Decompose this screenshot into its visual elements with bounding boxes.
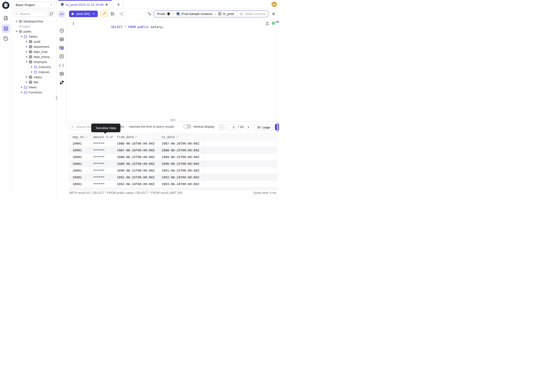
caret-right-icon[interactable] <box>30 65 34 69</box>
cell[interactable]: 1988-06-25T00:00:00Z <box>114 154 158 160</box>
cell[interactable]: 1987-06-26T00:00:00Z <box>158 140 204 147</box>
cell[interactable]: 1990-06-25T00:00:00Z <box>158 160 204 167</box>
cell[interactable]: ****** <box>90 160 114 167</box>
cell[interactable]: 1987-06-26T00:00:00Z <box>114 147 158 154</box>
cell[interactable]: 1990-06-25T00:00:00Z <box>114 167 158 174</box>
panel-drag-handle[interactable] <box>170 119 175 122</box>
tree-item-department[interactable]: department <box>12 44 56 49</box>
tree-item-title[interactable]: title <box>12 80 56 85</box>
caret-right-icon[interactable] <box>25 50 28 54</box>
sort-icon[interactable] <box>110 136 113 139</box>
caret-down-icon[interactable] <box>25 60 28 64</box>
vertical-display-toggle[interactable] <box>183 124 192 129</box>
worksheet-tab[interactable]: hr_prod 2024-11-22 16:49 <box>58 0 112 9</box>
rail-worksheet-button[interactable] <box>1 14 10 22</box>
gutter-schema-diagram-button[interactable] <box>59 80 64 85</box>
gutter-table-button[interactable] <box>59 37 64 42</box>
cell[interactable]: 10001 <box>70 147 90 154</box>
cell[interactable]: ****** <box>90 167 114 174</box>
gutter-function-button[interactable] <box>59 54 64 59</box>
gutter-parentheses-button[interactable]: ( ) <box>59 62 64 68</box>
new-tab-button[interactable] <box>114 0 123 9</box>
cell[interactable]: 10001 <box>70 140 90 147</box>
bytebase-logo-icon[interactable] <box>2 1 10 9</box>
sort-icon[interactable] <box>176 136 179 139</box>
prev-page-button[interactable] <box>218 124 225 130</box>
caret-right-icon[interactable] <box>25 45 28 49</box>
tree-item-tables[interactable]: Tables <box>12 34 56 39</box>
format-sql-button[interactable] <box>101 11 107 17</box>
sort-icon[interactable] <box>85 136 88 139</box>
table-row[interactable]: 10001******1991-06-25T00:00:00Z1992-06-2… <box>70 174 277 181</box>
tree-item-dept-mana-[interactable]: dept_mana... <box>12 54 56 59</box>
table-row[interactable]: 10001******1988-06-25T00:00:00Z1989-06-2… <box>70 154 277 160</box>
cell[interactable]: 1989-06-25T00:00:00Z <box>158 154 204 160</box>
ai-assistant-button[interactable] <box>271 12 276 16</box>
results-scrollbar-thumb[interactable] <box>277 122 278 132</box>
tree-item-audit[interactable]: audit <box>12 39 56 44</box>
tree-item-views[interactable]: Views <box>12 85 56 90</box>
cell[interactable]: 1986-06-26T00:00:00Z <box>114 140 158 147</box>
project-select[interactable]: Basic Project <box>14 1 55 8</box>
tree-item-salary[interactable]: salary <box>12 75 56 80</box>
page-number-input[interactable]: 1 <box>227 124 237 130</box>
cell[interactable]: 1992-06-24T00:00:00Z <box>114 181 158 187</box>
user-avatar[interactable]: DE <box>271 2 277 7</box>
tree-item-public[interactable]: public <box>12 29 56 34</box>
save-button[interactable] <box>109 11 116 17</box>
column-header-to_date[interactable]: to_date <box>158 134 204 140</box>
gutter-info-button[interactable] <box>59 28 64 33</box>
tree-item-dept-emp[interactable]: dept_emp <box>12 49 56 54</box>
table-row[interactable]: 10001******1989-06-25T00:00:00Z1990-06-2… <box>70 160 277 167</box>
caret-right-icon[interactable] <box>30 70 34 74</box>
caret-right-icon[interactable] <box>25 75 28 79</box>
cell[interactable]: ****** <box>90 147 114 154</box>
caret-right-icon[interactable] <box>25 80 28 84</box>
cell[interactable]: 10001 <box>70 174 90 181</box>
tree-item-indexes[interactable]: Indexes <box>12 70 56 75</box>
connection-context-button[interactable]: Prod2 Prod Sample Instance <box>154 11 236 17</box>
column-header-emp_no[interactable]: emp_no <box>70 134 90 140</box>
sql-editor[interactable]: 1 SELECT * FROM public.salary; <box>67 19 279 122</box>
cell[interactable]: ****** <box>90 181 114 187</box>
cell[interactable]: ****** <box>90 140 114 147</box>
share-button[interactable] <box>118 11 124 17</box>
cell[interactable]: ****** <box>90 174 114 181</box>
rail-database-button[interactable] <box>1 24 10 33</box>
cell[interactable]: 10001 <box>70 167 90 174</box>
tree-item-columns[interactable]: Columns <box>12 64 56 70</box>
caret-right-icon[interactable] <box>25 40 28 44</box>
cell[interactable]: ****** <box>90 154 114 160</box>
tree-item--empty-[interactable]: <Empty> <box>12 24 56 29</box>
code-view-toggle[interactable]: <> <box>58 11 65 17</box>
caret-right-icon[interactable] <box>25 55 28 59</box>
tree-search-input[interactable]: Search <box>13 11 46 17</box>
sort-icon[interactable] <box>135 136 138 139</box>
next-page-button[interactable] <box>245 124 252 130</box>
caret-down-icon[interactable] <box>15 30 18 34</box>
rail-history-button[interactable] <box>1 34 10 43</box>
gutter-masked-data-button[interactable] <box>59 45 64 51</box>
cell[interactable]: 10001 <box>70 154 90 160</box>
caret-right-icon[interactable] <box>19 90 23 94</box>
cell[interactable]: 1991-06-25T00:00:00Z <box>114 174 158 181</box>
tree-item-employee[interactable]: employee <box>12 59 56 64</box>
upload-sheet-button[interactable] <box>265 21 269 25</box>
page-size-select[interactable]: 50 / page <box>255 124 273 130</box>
cell[interactable]: 10001 <box>70 181 90 187</box>
select-schema-button[interactable]: Select schema <box>237 11 268 17</box>
tree-item-functions[interactable]: Functions <box>12 90 56 95</box>
cell[interactable]: 10001 <box>70 160 90 167</box>
cell[interactable]: 1991-06-25T00:00:00Z <box>158 167 204 174</box>
tree-item-bbdataarchive[interactable]: bbdataarchive <box>12 19 56 24</box>
table-row[interactable]: 10001******1987-06-26T00:00:00Z1988-06-2… <box>70 147 277 154</box>
cell[interactable]: 1989-06-25T00:00:00Z <box>114 160 158 167</box>
table-row[interactable]: 10001******1990-06-25T00:00:00Z1991-06-2… <box>70 167 277 174</box>
caret-down-icon[interactable] <box>19 35 23 39</box>
connection-link-button[interactable] <box>146 11 153 17</box>
caret-right-icon[interactable] <box>19 86 23 89</box>
column-header-amount[interactable]: amount <box>90 134 114 140</box>
table-row[interactable]: 10001******1986-06-26T00:00:00Z1987-06-2… <box>70 140 277 147</box>
caret-down-icon[interactable] <box>15 19 18 23</box>
cell[interactable]: 1992-06-24T00:00:00Z <box>158 174 204 181</box>
